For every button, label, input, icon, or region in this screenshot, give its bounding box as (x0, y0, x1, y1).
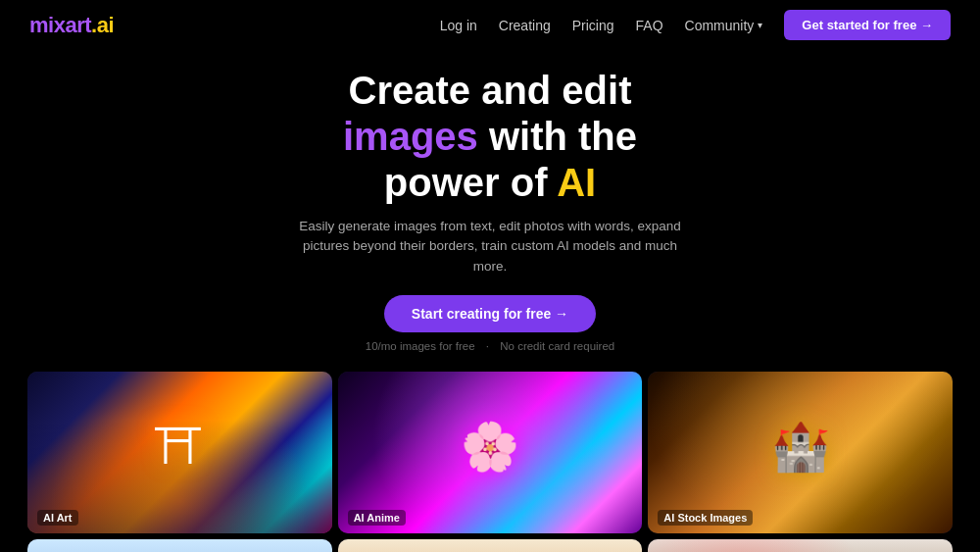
gallery-item-street[interactable] (648, 539, 953, 552)
hero-ai-word: AI (557, 161, 596, 204)
chevron-down-icon: ▾ (758, 20, 762, 30)
nav-creating[interactable]: Creating (499, 18, 551, 33)
hero-headline: Create and edit images with the power of… (20, 68, 960, 207)
gallery-item-portrait[interactable] (338, 539, 643, 552)
street-image (648, 539, 953, 552)
nav-pricing[interactable]: Pricing (572, 18, 614, 33)
hero-note: 10/mo images for free · No credit card r… (20, 340, 960, 352)
nav-faq[interactable]: FAQ (636, 18, 663, 33)
nav-community[interactable]: Community ▾ (685, 18, 763, 33)
start-creating-button[interactable]: Start creating for free → (384, 295, 596, 332)
hero-images-word: images (343, 115, 478, 158)
navbar: mixart.ai Log in Creating Pricing FAQ Co… (0, 0, 980, 50)
get-started-button[interactable]: Get started for free → (784, 10, 951, 40)
ai-art-label: AI Art (37, 510, 78, 526)
logo[interactable]: mixart.ai (29, 13, 114, 38)
gallery-grid: AI Art AI Anime AI Stock Images (0, 372, 980, 552)
hero-section: Create and edit images with the power of… (0, 50, 980, 368)
gallery-item-scifi[interactable] (27, 539, 332, 552)
ai-anime-label: AI Anime (348, 510, 406, 526)
logo-art: art (65, 13, 91, 37)
logo-mix: mix (29, 13, 65, 37)
logo-ai: ai (97, 13, 114, 37)
scifi-image (27, 539, 332, 552)
gallery-item-ai-stock[interactable]: AI Stock Images (648, 372, 953, 533)
portrait-image (338, 539, 643, 552)
ai-stock-label: AI Stock Images (658, 510, 753, 526)
gallery-item-ai-anime[interactable]: AI Anime (338, 372, 643, 533)
nav-links: Log in Creating Pricing FAQ Community ▾ … (440, 10, 951, 40)
nav-login[interactable]: Log in (440, 18, 477, 33)
hero-subtitle: Easily generate images from text, edit p… (284, 217, 696, 278)
gallery-item-ai-art[interactable]: AI Art (27, 372, 332, 533)
